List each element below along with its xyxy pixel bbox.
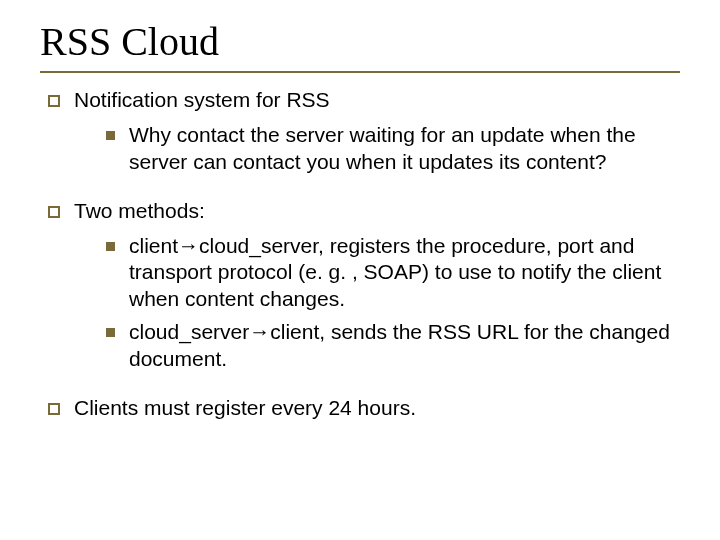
slide-title: RSS Cloud (40, 18, 680, 65)
arrow-pre: client (129, 234, 178, 257)
hollow-square-icon (48, 206, 60, 218)
bullet-level1: Notification system for RSS (48, 87, 680, 114)
bullet-level2: client→cloud_server, registers the proce… (106, 233, 680, 314)
bullet-text: Clients must register every 24 hours. (74, 395, 680, 422)
slide-body: Notification system for RSS Why contact … (40, 87, 680, 422)
bullet-level1: Clients must register every 24 hours. (48, 395, 680, 422)
bullet-text: Notification system for RSS (74, 87, 680, 114)
solid-square-icon (106, 131, 115, 140)
bullet-level2: cloud_server→client, sends the RSS URL f… (106, 319, 680, 373)
bullet-text: Two methods: (74, 198, 680, 225)
title-underline (40, 71, 680, 73)
solid-square-icon (106, 328, 115, 337)
arrow-right-icon: → (249, 320, 270, 343)
solid-square-icon (106, 242, 115, 251)
arrow-pre: cloud_server (129, 320, 249, 343)
arrow-right-icon: → (178, 234, 199, 257)
arrow-post: cloud_server, registers the procedure, p… (129, 234, 661, 311)
bullet-level2: Why contact the server waiting for an up… (106, 122, 680, 176)
bullet-level1: Two methods: (48, 198, 680, 225)
bullet-text: client→cloud_server, registers the proce… (129, 233, 680, 314)
slide: RSS Cloud Notification system for RSS Wh… (0, 0, 720, 540)
hollow-square-icon (48, 403, 60, 415)
bullet-text: Why contact the server waiting for an up… (129, 122, 680, 176)
bullet-text: cloud_server→client, sends the RSS URL f… (129, 319, 680, 373)
hollow-square-icon (48, 95, 60, 107)
